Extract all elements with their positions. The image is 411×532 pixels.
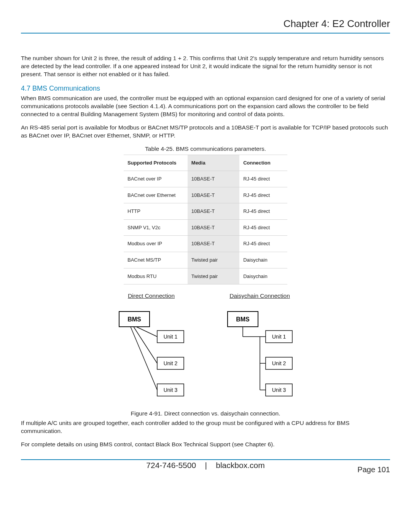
section-heading: 4.7 BMS Communications [21,84,390,93]
table-row: BACnet over Ethernet 10BASE-T RJ-45 dire… [124,187,287,203]
direct-connection-diagram: Direct Connection BMS Unit 1 Unit 2 Unit… [115,292,188,407]
unit3-label: Unit 3 [272,387,286,393]
table-header-row: Supported Protocols Media Connection [124,155,287,171]
bms-label: BMS [236,316,250,323]
bms-parameters-table: Supported Protocols Media Connection BAC… [124,155,287,284]
bms-label: BMS [127,316,141,323]
svg-line-6 [131,327,157,390]
daisychain-connection-diagram: Daisychain Connection BMS Unit 1 Unit 2 … [224,292,296,407]
daisy-title: Daisychain Connection [229,292,290,300]
table-row: BACnet MS/TP Twisted pair Daisychain [124,252,287,268]
table-row: SNMP V1, V2c 10BASE-T RJ-45 direct [124,219,287,236]
unit3-label: Unit 3 [163,387,177,393]
table-row: Modbus RTU Twisted pair Daisychain [124,268,287,284]
figure-caption: Figure 4-91. Direct connection vs. daisy… [21,410,390,418]
connection-diagrams: Direct Connection BMS Unit 1 Unit 2 Unit… [21,292,390,407]
table-row: BACnet over IP 10BASE-T RJ-45 direct [124,171,287,187]
th-media: Media [188,155,239,171]
svg-line-5 [134,327,157,363]
table-caption: Table 4-25. BMS communications parameter… [21,145,390,153]
intro-paragraph: The number shown for Unit 2 is three, th… [21,54,390,78]
table-row: Modbus over IP 10BASE-T RJ-45 direct [124,236,287,252]
th-connection: Connection [239,155,287,171]
th-protocols: Supported Protocols [124,155,188,171]
closing-p2: For complete details on using BMS contro… [21,441,390,449]
page-header: Chapter 4: E2 Controller [21,17,390,34]
unit2-label: Unit 2 [163,360,177,366]
unit1-label: Unit 1 [163,334,177,340]
direct-title: Direct Connection [128,292,175,300]
section-p1: When BMS communication are used, the con… [21,94,390,118]
unit1-label: Unit 1 [272,334,286,340]
chapter-title: Chapter 4: E2 Controller [21,17,390,30]
closing-p1: If multiple A/C units are grouped togeth… [21,419,390,435]
daisy-svg: BMS Unit 1 Unit 2 Unit 3 [224,308,296,407]
page-footer: 724-746-5500 | blackbox.com Page 101 [21,460,390,475]
section-p2: An RS-485 serial port is available for M… [21,124,390,140]
table-row: HTTP 10BASE-T RJ-45 direct [124,203,287,220]
direct-svg: BMS Unit 1 Unit 2 Unit 3 [115,308,188,407]
svg-line-4 [136,327,157,337]
unit2-label: Unit 2 [272,360,286,366]
page-number: Page 101 [357,465,390,475]
